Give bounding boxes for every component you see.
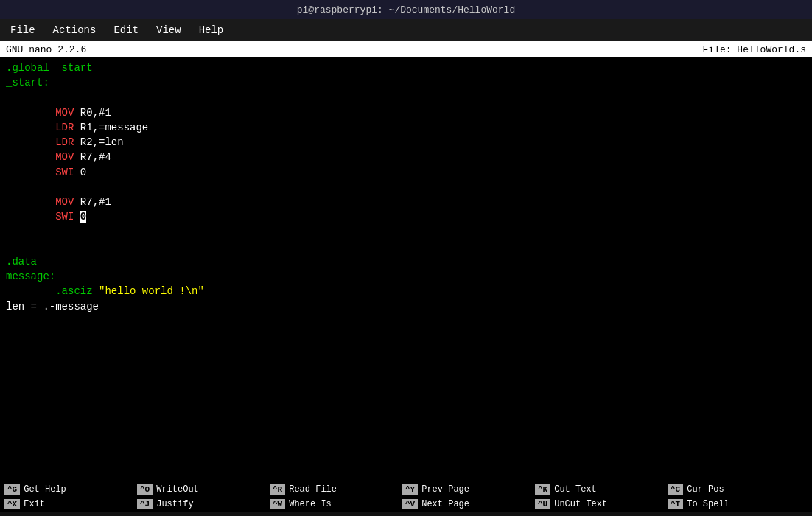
editor-line: SWI 0 xyxy=(6,209,806,224)
shortcut-key: ^T xyxy=(668,499,683,509)
editor-line xyxy=(6,180,806,195)
shortcut-label: Cut Text xyxy=(554,484,597,495)
shortcut-bar-top: ^GGet Help^OWriteOut^RRead File^YPrev Pa… xyxy=(0,482,812,497)
shortcut-key: ^C xyxy=(668,484,683,495)
editor-line xyxy=(6,432,806,447)
editor-line xyxy=(6,417,806,432)
bottom-bar: CSDN @Bai_MaoT... xyxy=(0,512,812,516)
shortcut-key: ^W xyxy=(270,499,285,509)
shortcut-label: Next Page xyxy=(421,499,469,509)
editor-line xyxy=(6,91,806,105)
shortcut-item[interactable]: ^KCut Text xyxy=(531,484,663,495)
editor-line: MOV R7,#1 xyxy=(6,195,806,209)
editor-line xyxy=(6,388,806,402)
editor-line xyxy=(6,402,806,417)
editor-area[interactable]: .global _start_start: MOV R0,#1 LDR R1,=… xyxy=(0,57,812,466)
shortcut-key: ^U xyxy=(535,499,550,509)
editor-line xyxy=(6,358,806,373)
shortcut-label: Read File xyxy=(289,484,337,495)
editor-line: MOV R0,#1 xyxy=(6,105,806,120)
editor-line xyxy=(6,225,806,240)
shortcut-key: ^Y xyxy=(402,484,418,495)
shortcut-item[interactable]: ^OWriteOut xyxy=(133,484,265,495)
shortcut-bar-bottom: ^XExit^JJustify^WWhere Is^VNext Page^UUn… xyxy=(0,497,812,512)
status-bar: [ Line 11 ] xyxy=(0,466,812,482)
editor-line xyxy=(6,329,806,344)
nano-version: GNU nano 2.2.6 xyxy=(6,44,86,55)
shortcut-item[interactable]: ^WWhere Is xyxy=(265,498,398,510)
editor-line: LDR R2,=len xyxy=(6,135,806,150)
shortcut-item[interactable]: ^VNext Page xyxy=(398,498,531,510)
shortcut-label: Exit xyxy=(24,499,45,509)
editor-line: MOV R7,#4 xyxy=(6,150,806,164)
nano-info-bar: GNU nano 2.2.6 File: HelloWorld.s xyxy=(0,41,812,57)
editor-line: .asciz "hello world !\n" xyxy=(6,284,806,299)
shortcut-item[interactable]: ^YPrev Page xyxy=(398,484,531,495)
shortcut-item[interactable]: ^JJustify xyxy=(133,498,265,510)
menu-actions[interactable]: Actions xyxy=(50,23,99,38)
editor-line: .data xyxy=(6,254,806,269)
shortcut-key: ^X xyxy=(4,499,20,509)
editor-line xyxy=(6,344,806,358)
editor-line: SWI 0 xyxy=(6,165,806,180)
shortcut-key: ^K xyxy=(535,484,550,495)
nano-filename: File: HelloWorld.s xyxy=(703,44,806,55)
editor-line: LDR R1,=message xyxy=(6,120,806,135)
shortcut-item[interactable]: ^GGet Help xyxy=(0,484,133,495)
shortcut-key: ^V xyxy=(402,499,418,509)
title-text: pi@raspberrypi: ~/Documents/HelloWorld xyxy=(297,4,515,15)
editor-line: len = .-message xyxy=(6,299,806,314)
shortcut-label: To Spell xyxy=(687,499,729,509)
shortcut-key: ^J xyxy=(137,499,153,509)
shortcut-item[interactable]: ^CCur Pos xyxy=(663,484,796,495)
menu-bar: File Actions Edit View Help xyxy=(0,19,812,41)
shortcut-label: Prev Page xyxy=(421,484,469,495)
editor-line: _start: xyxy=(6,75,806,90)
shortcut-item[interactable]: ^UUnCut Text xyxy=(531,498,663,510)
editor-line xyxy=(6,447,806,461)
menu-file[interactable]: File xyxy=(7,23,38,38)
menu-help[interactable]: Help xyxy=(196,23,227,38)
shortcut-item[interactable]: ^XExit xyxy=(0,498,133,510)
menu-edit[interactable]: Edit xyxy=(111,23,141,38)
shortcut-label: Where Is xyxy=(289,499,332,509)
editor-line xyxy=(6,314,806,329)
editor-line xyxy=(6,373,806,388)
shortcut-label: Get Help xyxy=(24,484,66,495)
editor-line xyxy=(6,240,806,254)
editor-line: message: xyxy=(6,269,806,284)
editor-line: .global _start xyxy=(6,60,806,75)
shortcut-key: ^R xyxy=(270,484,285,495)
title-bar: pi@raspberrypi: ~/Documents/HelloWorld xyxy=(0,0,812,19)
shortcut-item[interactable]: ^TTo Spell xyxy=(663,498,796,510)
shortcut-label: Cur Pos xyxy=(687,484,724,495)
shortcut-key: ^G xyxy=(4,484,20,495)
menu-view[interactable]: View xyxy=(153,23,184,38)
shortcut-item[interactable]: ^RRead File xyxy=(265,484,398,495)
shortcut-label: Justify xyxy=(156,499,193,509)
shortcut-key: ^O xyxy=(137,484,153,495)
shortcut-label: WriteOut xyxy=(156,484,199,495)
shortcut-label: UnCut Text xyxy=(554,499,607,509)
